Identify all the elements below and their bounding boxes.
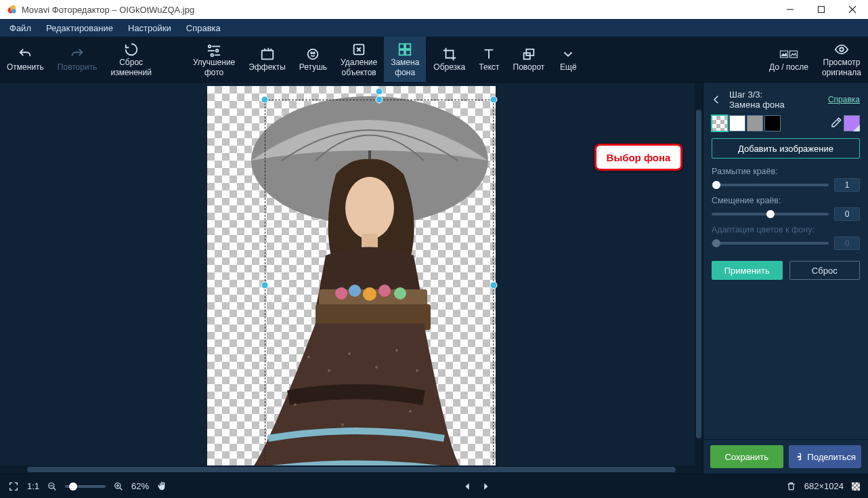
- swatch-white[interactable]: [729, 115, 745, 131]
- horizontal-scrollbar[interactable]: [0, 465, 703, 474]
- zoom-out-button[interactable]: [47, 482, 57, 491]
- adapt-colors-slider: [712, 242, 829, 245]
- change-background-button[interactable]: Замена фона: [384, 37, 426, 82]
- svg-line-48: [53, 487, 56, 490]
- adapt-colors-value: 0: [834, 236, 860, 250]
- selection-handle-ne[interactable]: [490, 96, 498, 104]
- svg-point-16: [313, 52, 315, 54]
- reset-changes-button[interactable]: Сброс изменений: [104, 37, 158, 82]
- title-bar: Movavi Фоторедактор – OIGkOtWuZQA.jpg: [0, 0, 868, 19]
- status-bar: 1:1 62% 682×1024: [0, 474, 868, 498]
- svg-rect-13: [261, 51, 273, 60]
- close-button[interactable]: [837, 0, 868, 19]
- share-button[interactable]: Поделиться: [789, 445, 862, 468]
- zoom-value: 62%: [131, 481, 149, 491]
- swatch-black[interactable]: [764, 115, 781, 131]
- background-pick-callout: Выбор фона: [594, 144, 682, 171]
- panel-back-button[interactable]: [709, 92, 724, 107]
- shift-edges-label: Смещение краёв:: [712, 196, 860, 205]
- undo-button[interactable]: Отменить: [0, 37, 51, 82]
- shift-edges-value[interactable]: 0: [834, 207, 860, 221]
- text-button[interactable]: Текст: [472, 37, 506, 82]
- background-swatches: [703, 115, 868, 138]
- maximize-button[interactable]: [806, 0, 837, 19]
- menu-help[interactable]: Справка: [179, 21, 227, 35]
- selection-box[interactable]: [265, 100, 494, 471]
- next-image-button[interactable]: [481, 482, 490, 491]
- adapt-colors-label: Адаптация цветов к фону:: [712, 225, 860, 234]
- svg-point-7: [209, 45, 211, 47]
- panel-help-link[interactable]: Справка: [828, 95, 860, 104]
- panel-title: Шаг 3/3: Замена фона: [729, 89, 823, 110]
- save-button[interactable]: Сохранить: [710, 445, 783, 468]
- blur-edges-slider[interactable]: [712, 184, 829, 186]
- retouch-button[interactable]: Ретушь: [292, 37, 334, 82]
- minimize-button[interactable]: [775, 0, 806, 19]
- swatch-gray[interactable]: [747, 115, 763, 131]
- zoom-in-button[interactable]: [114, 482, 123, 491]
- enhance-button[interactable]: Улучшение фото: [186, 37, 242, 82]
- svg-point-15: [311, 52, 313, 54]
- svg-point-14: [308, 49, 318, 60]
- svg-point-11: [211, 54, 213, 56]
- svg-rect-18: [399, 43, 404, 48]
- eyedropper-button[interactable]: [830, 117, 842, 131]
- selection-handle-nw[interactable]: [261, 96, 269, 104]
- selection-handle-n[interactable]: [376, 96, 383, 104]
- menu-file[interactable]: Файл: [3, 21, 38, 35]
- svg-rect-21: [406, 49, 410, 54]
- svg-rect-20: [399, 49, 404, 54]
- more-button[interactable]: Ещё: [552, 37, 584, 82]
- fullscreen-button[interactable]: [8, 481, 19, 492]
- main-toolbar: Отменить Повторить Сброс изменений Улучш…: [0, 37, 868, 83]
- blur-edges-label: Размытие краёв:: [712, 167, 860, 176]
- rotate-button[interactable]: Поворот: [506, 37, 552, 82]
- fit-actual-button[interactable]: 1:1: [27, 481, 39, 491]
- svg-point-2: [12, 9, 16, 14]
- swatch-transparent[interactable]: [712, 115, 728, 131]
- color-picker-button[interactable]: [844, 115, 860, 131]
- app-window: Movavi Фоторедактор – OIGkOtWuZQA.jpg Фа…: [0, 0, 868, 498]
- selection-handle-top[interactable]: [376, 88, 383, 96]
- svg-line-51: [120, 487, 123, 490]
- selection-handle-e[interactable]: [490, 282, 498, 289]
- blur-edges-value[interactable]: 1: [834, 178, 860, 192]
- apply-button[interactable]: Применить: [712, 261, 783, 280]
- app-icon: [5, 3, 18, 16]
- delete-button[interactable]: [786, 481, 796, 491]
- transparency-indicator-icon: [852, 482, 860, 491]
- add-image-button[interactable]: Добавить изображение: [712, 138, 860, 159]
- remove-objects-button[interactable]: Удаление объектов: [334, 37, 384, 82]
- selection-handle-w[interactable]: [261, 282, 269, 289]
- menu-settings[interactable]: Настройки: [121, 21, 178, 35]
- view-original-button[interactable]: Просмотр оригинала: [815, 37, 868, 82]
- image-dimensions: 682×1024: [804, 481, 844, 491]
- prev-image-button[interactable]: [463, 482, 473, 491]
- window-title: Movavi Фоторедактор – OIGkOtWuZQA.jpg: [22, 5, 194, 15]
- menu-edit[interactable]: Редактирование: [39, 21, 120, 35]
- redo-button[interactable]: Повторить: [51, 37, 104, 82]
- canvas-area[interactable]: Выбор фона: [0, 83, 703, 474]
- side-panel: Шаг 3/3: Замена фона Справка Добавить из…: [703, 83, 868, 474]
- reset-button[interactable]: Сброс: [789, 261, 861, 280]
- effects-button[interactable]: Эффекты: [242, 37, 292, 82]
- crop-button[interactable]: Обрезка: [427, 37, 472, 82]
- shift-edges-slider[interactable]: [712, 213, 829, 215]
- before-after-button[interactable]: До / после: [762, 37, 815, 82]
- zoom-slider[interactable]: [65, 485, 106, 488]
- svg-point-26: [840, 47, 844, 51]
- svg-rect-19: [406, 43, 410, 48]
- vertical-scrollbar[interactable]: [695, 83, 703, 465]
- pan-tool-button[interactable]: [157, 481, 168, 492]
- svg-rect-4: [819, 7, 825, 13]
- menu-bar: Файл Редактирование Настройки Справка: [0, 19, 868, 37]
- svg-point-9: [216, 49, 219, 52]
